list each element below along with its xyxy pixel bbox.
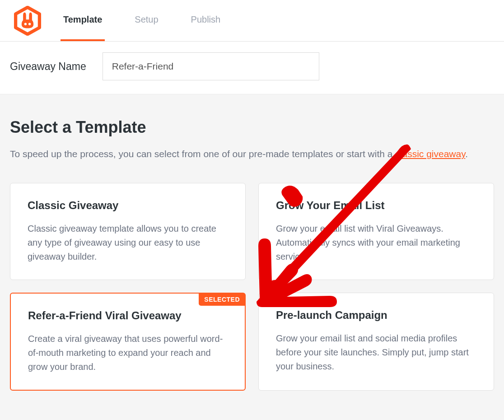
template-card-desc: Grow your email list and social media pr… [276, 331, 476, 373]
template-card-grow-email[interactable]: Grow Your Email List Grow your email lis… [258, 183, 494, 280]
template-card-prelaunch[interactable]: Pre-launch Campaign Grow your email list… [258, 293, 494, 391]
app-header: Template Setup Publish [0, 0, 504, 42]
subtitle-text: To speed up the process, you can select … [10, 149, 395, 159]
giveaway-name-input[interactable] [103, 52, 319, 80]
giveaway-name-label: Giveaway Name [10, 61, 86, 73]
logo [13, 0, 61, 41]
subtitle-suffix: . [465, 149, 468, 159]
classic-giveaway-link[interactable]: classic giveaway [395, 149, 465, 159]
template-card-title: Pre-launch Campaign [276, 309, 476, 322]
giveaway-name-bar: Giveaway Name [0, 42, 504, 94]
svg-point-2 [28, 23, 31, 25]
template-card-refer-friend[interactable]: SELECTED Refer-a-Friend Viral Giveaway C… [10, 293, 246, 391]
wizard-tabs: Template Setup Publish [61, 0, 223, 41]
template-card-title: Classic Giveaway [28, 199, 228, 212]
template-card-classic[interactable]: Classic Giveaway Classic giveaway templa… [10, 183, 246, 280]
template-card-title: Grow Your Email List [276, 199, 476, 212]
template-card-title: Refer-a-Friend Viral Giveaway [28, 309, 228, 322]
selected-badge: SELECTED [199, 293, 245, 306]
template-card-desc: Grow your email list with Viral Giveaway… [276, 222, 476, 264]
content-area: Select a Template To speed up the proces… [0, 94, 504, 409]
svg-point-1 [24, 23, 27, 25]
tab-template[interactable]: Template [61, 0, 105, 41]
template-card-desc: Classic giveaway template allows you to … [28, 222, 228, 264]
template-grid: Classic Giveaway Classic giveaway templa… [10, 183, 494, 391]
template-card-desc: Create a viral giveaway that uses powerf… [28, 332, 228, 374]
page-title: Select a Template [10, 118, 494, 137]
brand-logo-icon [13, 6, 42, 36]
page-subtitle: To speed up the process, you can select … [10, 147, 494, 161]
tab-publish[interactable]: Publish [188, 0, 224, 41]
tab-setup[interactable]: Setup [132, 0, 161, 41]
